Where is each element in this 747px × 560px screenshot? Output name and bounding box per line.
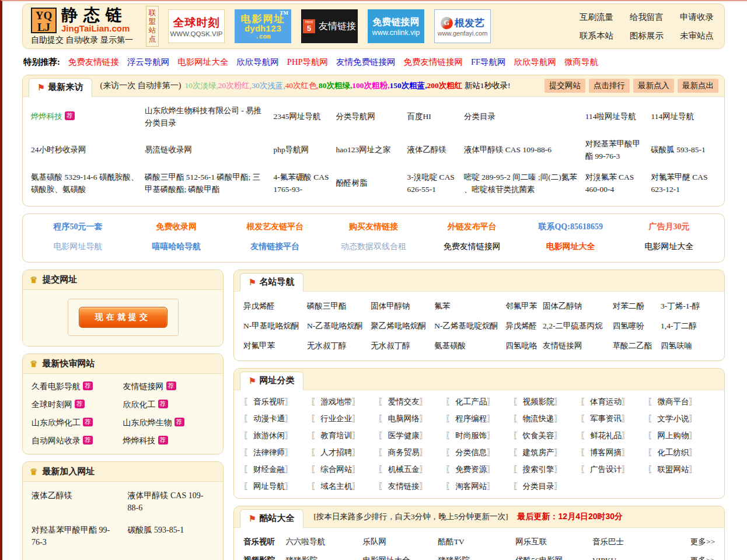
category-link[interactable]: 广告设计 [590, 465, 622, 474]
famous-site-link[interactable]: 3-丁烯-1-醇 [661, 301, 715, 312]
recommend-link[interactable]: FF导航网 [471, 57, 506, 68]
visitor-site-link[interactable]: 对溴氟苯 CAS 460-00-4 [585, 173, 634, 194]
famous-site-link[interactable]: 草酸二乙酯 [613, 341, 661, 351]
famous-site-link[interactable]: 对苯二酚 [613, 301, 661, 312]
fast-review-link[interactable]: 烨烨科技 [123, 436, 156, 445]
recommend-link[interactable]: 欣欣导航网 [514, 57, 557, 68]
fast-review-link[interactable]: 全球时刻网 [32, 400, 72, 409]
visitor-site-link[interactable]: 酚醛树脂 [336, 178, 367, 187]
ad-link[interactable]: 联系QQ:85618659 [521, 222, 620, 232]
famous-site-link[interactable]: 四氢呋喃 [661, 341, 715, 351]
header-nav-link[interactable]: 未审站点 [680, 30, 714, 41]
recommend-link[interactable]: 欣欣导航网 [236, 57, 279, 68]
ad-link[interactable]: 电影网址大全 [521, 242, 620, 252]
category-link[interactable]: 动漫卡通 [253, 414, 285, 423]
category-link[interactable]: 旅游休闲 [253, 431, 285, 440]
header-nav-link[interactable]: 互刷流量 [580, 12, 613, 23]
category-link[interactable]: 鲜花礼品 [590, 431, 622, 440]
ad-link[interactable]: 友情链接平台 [226, 242, 324, 252]
recommend-link[interactable]: 免费友情链接网 [403, 57, 463, 68]
tab-latest-visitors[interactable]: ⚑ 最新来访 [29, 78, 92, 97]
famous-site-link[interactable]: 无水叔丁醇 [307, 341, 371, 351]
tab-cool-sites[interactable]: ⚑ 酷站大全 [240, 509, 303, 528]
visitor-site-link[interactable]: 烨烨科技 [31, 112, 62, 121]
famous-site-link[interactable]: N-乙基吡咯烷酮 [307, 321, 371, 331]
fast-review-link[interactable]: 友情链接网 [123, 382, 164, 391]
cool-site-link[interactable]: 网乐互联 [515, 537, 592, 547]
cool-site-link[interactable]: 猪猪影院 [286, 555, 363, 560]
recommend-link[interactable]: 电影网址大全 [177, 57, 228, 68]
visitors-tool-button[interactable]: 最新点入 [633, 79, 674, 93]
category-link[interactable]: 淘客网站 [455, 482, 487, 491]
famous-site-link[interactable]: 无水叔丁醇 [371, 341, 434, 351]
visitor-site-link[interactable]: 对氯苯甲醚 CAS 623-12-1 [651, 173, 707, 194]
famous-site-link[interactable]: 固体甲醇钠 [371, 301, 434, 312]
category-link[interactable]: 搜索引擎 [523, 465, 554, 474]
visitors-tool-button[interactable]: 提交网站 [544, 79, 585, 93]
visitor-site-link[interactable]: 3-溴吡啶 CAS 626-55-1 [407, 173, 455, 194]
category-link[interactable]: 视频影院 [523, 397, 554, 406]
new-site-link[interactable]: 液体甲醇镁 CAS 109-88-6 [128, 491, 204, 512]
fast-review-link[interactable]: 久看电影导航 [32, 382, 81, 391]
category-link[interactable]: 人才招聘 [320, 448, 352, 457]
category-link[interactable]: 军事资讯 [590, 414, 622, 423]
banner-cnlink[interactable]: 免费链接网 www.cnlink.vip [368, 9, 424, 43]
banner-html5-links[interactable]: html 5 友情链接 [301, 9, 358, 43]
category-link[interactable]: 机械五金 [388, 465, 420, 474]
category-link[interactable]: 教育培训 [320, 431, 352, 440]
fast-review-link[interactable]: 山东欣烨化工 [32, 418, 81, 427]
fast-review-link[interactable]: 欣欣化工 [123, 400, 156, 409]
category-link[interactable]: 行业企业 [320, 414, 352, 423]
more-link[interactable]: 更多>> [681, 537, 715, 547]
category-link[interactable]: 音乐视听 [253, 397, 285, 406]
category-link[interactable]: 电脑网络 [388, 414, 420, 423]
visitor-site-link[interactable]: php导航网 [274, 145, 309, 154]
category-link[interactable]: 商务贸易 [388, 448, 420, 457]
famous-site-link[interactable]: 四氢吡咯 [505, 341, 543, 351]
ad-link[interactable]: 免费收录网 [127, 222, 226, 232]
cool-site-link[interactable]: VIPKU [592, 556, 681, 560]
submit-now-button[interactable]: 现在就提交 [79, 307, 167, 328]
recommend-link[interactable]: PHP导航网 [287, 57, 328, 68]
visitors-tool-button[interactable]: 最新点出 [678, 79, 718, 93]
category-link[interactable]: 饮食美容 [523, 431, 554, 440]
recommend-link[interactable]: 免费友情链接 [68, 57, 119, 68]
famous-site-link[interactable]: N-乙烯基吡啶烷酮 [434, 321, 505, 331]
cool-site-link[interactable]: 优酷56电影网 [515, 555, 592, 560]
ad-link[interactable]: 免费友情链接网 [423, 242, 521, 252]
category-link[interactable]: 友情链接 [388, 482, 420, 491]
ad-link[interactable]: 根发艺友链平台 [226, 222, 324, 232]
famous-site-link[interactable]: 异戊烯醛 [243, 301, 307, 312]
famous-site-link[interactable]: 固体乙醇钠 [543, 301, 613, 312]
cool-site-link[interactable]: 乐队网 [362, 537, 438, 547]
category-link[interactable]: 联盟网站 [657, 465, 689, 474]
category-link[interactable]: 文学小说 [657, 414, 689, 423]
famous-site-link[interactable]: 四氢噻吩 [613, 321, 661, 331]
visitor-site-link[interactable]: 对羟基苯甲酸甲酯 99-76-3 [585, 139, 641, 160]
new-site-link[interactable]: 对羟基苯甲酸甲酯 99-76-3 [32, 526, 110, 547]
visitor-site-link[interactable]: 液体乙醇镁 [407, 145, 447, 154]
famous-site-link[interactable]: 1,4-丁二醇 [661, 321, 715, 331]
banner-qqsk[interactable]: 全球时刻 WWW.QQSK.VIP [168, 9, 225, 43]
visitor-site-link[interactable]: 氨基磺酸 5329-14-6 磺酰胺酸、磺酸胺、氨磺酸 [31, 173, 139, 194]
famous-site-link[interactable]: 磷酸三甲酯 [307, 301, 371, 312]
visitor-site-link[interactable]: 易流链收录网 [145, 145, 192, 154]
category-link[interactable]: 时尚服饰 [455, 431, 487, 440]
famous-site-link[interactable]: 氨基磺酸 [434, 341, 505, 351]
tab-famous-sites[interactable]: ⚑ 名站导航 [240, 273, 303, 292]
visitor-site-link[interactable]: 液体甲醇镁 CAS 109-88-6 [464, 145, 551, 154]
category-link[interactable]: 化工纺织 [657, 448, 689, 457]
ad-link[interactable]: 购买友情链接 [324, 222, 423, 232]
visitor-site-link[interactable]: 24小时秒收录网 [31, 145, 86, 154]
ad-link[interactable]: 程序50元一套 [29, 222, 127, 232]
recommend-link[interactable]: 浮云导航网 [127, 57, 170, 68]
category-link[interactable]: 建筑房产 [523, 448, 554, 457]
fast-review-link[interactable]: 自动网站收录 [32, 436, 81, 445]
category-link[interactable]: 综合网站 [320, 465, 352, 474]
category-link[interactable]: 博客网摘 [590, 448, 622, 457]
visitor-site-link[interactable]: hao123网址之家 [336, 145, 390, 154]
category-link[interactable]: 财经金融 [253, 465, 285, 474]
cool-site-link[interactable]: 酷酷TV [438, 537, 516, 547]
recommend-link[interactable]: 微商导航 [564, 57, 598, 68]
category-link[interactable]: 医学健康 [388, 431, 420, 440]
